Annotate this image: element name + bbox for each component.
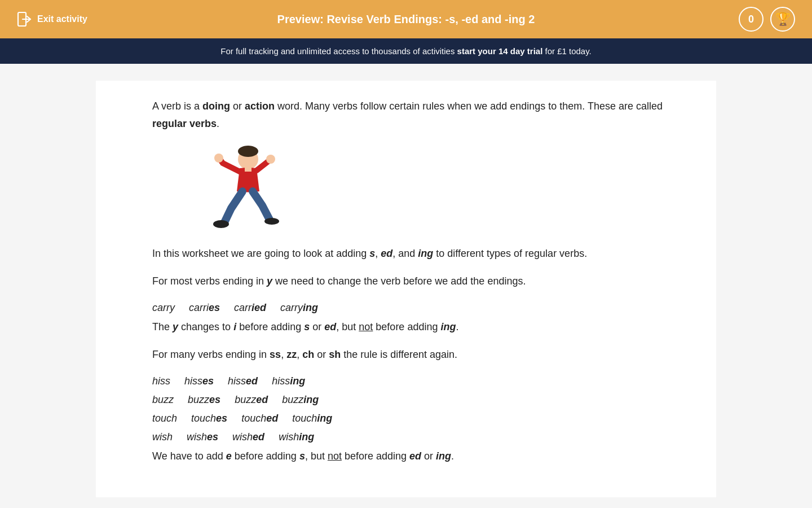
trophy-button[interactable]: 🏆: [770, 7, 795, 32]
svg-point-7: [264, 218, 279, 225]
carry-row: carry carries carried carrying: [152, 300, 682, 316]
hiss-s: hisses: [184, 373, 214, 389]
main-content: A verb is a doing or action word. Many v…: [96, 81, 716, 497]
s-emphasis: s: [369, 248, 375, 259]
para2-intro: For most verbs ending in y we need to ch…: [152, 273, 682, 290]
wish-ing: wishing: [279, 429, 314, 445]
header: Exit activity Preview: Revise Verb Endin…: [0, 0, 812, 38]
wish-base: wish: [152, 429, 173, 445]
ed-emphasis: ed: [381, 248, 392, 259]
not-underline-1: not: [359, 321, 373, 332]
buzz-s: buzzes: [188, 392, 220, 408]
touch-row: touch touches touched touching: [152, 410, 682, 427]
page-title: Preview: Revise Verb Endings: -s, -ed an…: [277, 13, 535, 26]
para1: In this worksheet we are going to look a…: [152, 245, 682, 262]
action-bold: action: [245, 100, 275, 112]
exit-icon: [17, 11, 33, 27]
para3-intro: For many verbs ending in ss, zz, ch or s…: [152, 346, 682, 364]
carry-ed: carried: [234, 300, 266, 316]
doing-bold: doing: [202, 100, 230, 112]
hiss-ed: hissed: [228, 373, 258, 389]
not-underline-2: not: [328, 450, 342, 462]
header-right: 0 🏆: [739, 7, 795, 32]
exit-button[interactable]: Exit activity: [17, 11, 87, 27]
running-figure-svg: [186, 143, 288, 234]
touch-s: touches: [191, 410, 227, 427]
buzz-ed: buzzed: [235, 392, 268, 408]
carry-base: carry: [152, 300, 175, 316]
svg-point-6: [213, 220, 229, 228]
banner-text-after: for £1 today.: [542, 46, 591, 56]
banner-cta: start your 14 day trial: [457, 46, 543, 56]
promo-banner: For full tracking and unlimited access t…: [0, 38, 812, 64]
buzz-row: buzz buzzes buzzed buzzing: [152, 392, 682, 408]
running-boy-illustration: [186, 143, 299, 234]
regular-verbs-bold: regular verbs: [152, 118, 217, 129]
svg-point-5: [266, 155, 275, 164]
hiss-base: hiss: [152, 373, 170, 389]
para3-rule: We have to add e before adding s, but no…: [152, 448, 682, 465]
touch-base: touch: [152, 410, 177, 427]
hiss-ing: hissing: [272, 373, 305, 389]
touch-ed: touched: [241, 410, 278, 427]
exit-label: Exit activity: [37, 14, 87, 24]
touch-ing: touching: [292, 410, 332, 427]
carry-ing: carrying: [280, 300, 318, 316]
buzz-base: buzz: [152, 392, 174, 408]
wish-ed: wished: [232, 429, 264, 445]
svg-rect-8: [245, 167, 251, 172]
wish-s: wishes: [187, 429, 218, 445]
svg-point-4: [214, 154, 223, 163]
ing-emphasis: ing: [418, 248, 433, 259]
banner-text-before: For full tracking and unlimited access t…: [220, 46, 457, 56]
carry-s: carries: [189, 300, 220, 316]
wish-row: wish wishes wished wishing: [152, 429, 682, 445]
buzz-ing: buzzing: [282, 392, 319, 408]
para2-rule: The y changes to i before adding s or ed…: [152, 318, 682, 336]
score-badge: 0: [739, 7, 764, 32]
trophy-icon: 🏆: [775, 12, 791, 27]
svg-point-3: [238, 146, 258, 157]
intro-paragraph: A verb is a doing or action word. Many v…: [152, 98, 682, 132]
score-value: 0: [748, 14, 754, 25]
hiss-row: hiss hisses hissed hissing: [152, 373, 682, 389]
